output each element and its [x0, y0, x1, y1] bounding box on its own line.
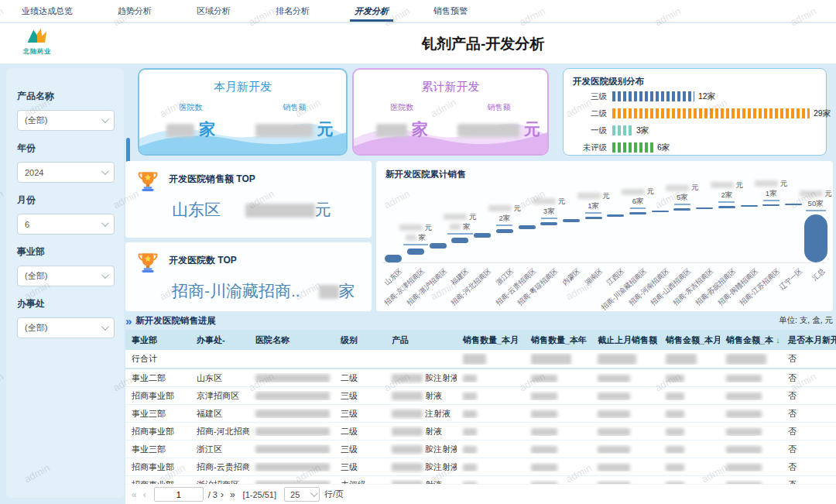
column-header-销售金额_本[interactable]: 销售金额_本 ↓: [720, 334, 782, 346]
table-row[interactable]: 事业三部浙江区三级 胺注射液否: [125, 441, 836, 458]
table-row[interactable]: 招商事业部招商-云贵招商区三级 胺注射液否: [125, 458, 836, 476]
redacted-value: [726, 464, 762, 471]
filter-select-产品名称[interactable]: (全部): [17, 110, 115, 131]
filter-label: 事业部: [17, 245, 115, 259]
level-count-label: 12家: [698, 91, 715, 102]
waterfall-bar-山东区: [385, 255, 402, 262]
sort-desc-icon[interactable]: ↓: [773, 335, 780, 345]
nav-tab-趋势分析[interactable]: 趋势分析: [118, 0, 152, 22]
qty-month: [457, 427, 525, 436]
column-header-事业部[interactable]: 事业部: [125, 334, 190, 346]
amount-year: [720, 409, 782, 418]
first-page-button[interactable]: «: [132, 489, 137, 500]
table-row[interactable]: 招商事业部招商-河北招商区二级 射液否: [125, 423, 836, 441]
column-header-办事处-[interactable]: 办事处-: [190, 334, 249, 346]
waterfall-bar-招商-河北招商区: [474, 233, 491, 238]
metric-hospital-count: 医院数 家: [139, 102, 243, 140]
table-header-row: 事业部办事处-医院名称级别产品销售数量_本月销售数量_本年截止上月销售额销售金额…: [125, 330, 836, 350]
redacted-value: [726, 428, 762, 436]
filter-select-年份[interactable]: 2024: [17, 162, 115, 183]
redacted-value: [666, 185, 689, 191]
column-header-销售数量_本月[interactable]: 销售数量_本月: [457, 334, 525, 346]
region-name: 山东区: [172, 201, 221, 218]
chart-title: 新开发医院累计销售: [376, 161, 833, 180]
redacted-value: [577, 193, 601, 199]
redacted-value: [399, 225, 423, 231]
column-header-截止上月销售额[interactable]: 截止上月销售额: [591, 334, 660, 346]
column-header-销售金额_本月[interactable]: 销售金额_本月: [660, 334, 720, 346]
table-row-total[interactable]: 行合计否: [125, 350, 836, 369]
waterfall-bar-招商-云贵招商区: [519, 225, 536, 229]
column-header-产品[interactable]: 产品: [385, 334, 457, 346]
amount-year: [720, 373, 782, 382]
sales-prev: [591, 462, 660, 471]
redacted-value: [726, 393, 762, 400]
filter-label: 产品名称: [17, 90, 115, 103]
redacted-value: [531, 354, 571, 365]
redacted-value: [166, 124, 194, 137]
redacted-value: [450, 224, 461, 230]
page-number-input[interactable]: [154, 487, 204, 502]
nav-tab-开发分析[interactable]: 开发分析: [355, 0, 389, 22]
watermark-text: admin: [0, 188, 5, 211]
row-range-label: [1-25/51]: [243, 490, 276, 499]
filter-select-事业部[interactable]: (全部): [17, 266, 115, 286]
level: 三级: [334, 390, 385, 402]
column-header-级别[interactable]: 级别: [334, 334, 385, 346]
amount-year: [720, 444, 782, 454]
redacted-value: [463, 393, 477, 400]
new-dev-flag: 否: [782, 461, 836, 473]
hospital-name: [249, 427, 334, 437]
filter-value: (全部): [25, 115, 47, 126]
nav-tab-排名分析[interactable]: 排名分析: [276, 0, 310, 22]
filter-select-办事处[interactable]: (全部): [17, 317, 115, 338]
nav-tab-业绩达成总览[interactable]: 业绩达成总览: [22, 0, 73, 22]
table-row[interactable]: 招商事业部京津招商区三级 射液否: [125, 387, 836, 405]
trophy-icon: [138, 252, 158, 273]
redacted-value: [531, 410, 557, 418]
metric-label: 销售额: [243, 102, 347, 113]
last-page-button[interactable]: »: [230, 489, 235, 500]
top-card-value: 招商-川渝藏招商.. 家: [172, 280, 372, 302]
chevron-down-icon: [101, 219, 109, 227]
filter-select-月份[interactable]: 6: [17, 214, 115, 235]
top-card-value: 山东区 元: [172, 199, 372, 221]
card-top-hospital-count: 开发医院数 TOP 招商-川渝藏招商.. 家: [125, 242, 372, 311]
waterfall-bar-招商-苏皖招商区: [718, 206, 735, 208]
office: 招商-河北招商区: [190, 426, 249, 437]
redacted-value: [726, 410, 762, 418]
amount-month: [660, 462, 720, 471]
table-row[interactable]: 事业二部山东区二级 胺注射液否: [125, 369, 836, 387]
redacted-value: [598, 393, 630, 400]
redacted-value: [463, 375, 477, 382]
panel-cumulative-sales-chart: 新开发医院累计销售 元 家 元 家 元2家 元3家 元1家 元6家 元5家 元2…: [376, 161, 833, 311]
column-header-销售数量_本年[interactable]: 销售数量_本年: [525, 334, 591, 346]
product: 射液: [385, 426, 457, 437]
prev-page-button[interactable]: ‹: [143, 489, 146, 500]
column-header-是否本月新开发_[interactable]: 是否本月新开发_: [782, 334, 836, 346]
next-page-button[interactable]: ›: [221, 489, 224, 500]
waterfall-bar-内蒙区: [563, 219, 580, 222]
redacted-value: [531, 375, 557, 382]
top-nav: 业绩达成总览趋势分析区域分析排名分析开发分析销售预警: [0, 0, 836, 22]
amount-month: [660, 427, 720, 436]
waterfall-bar-浙江区: [496, 229, 513, 233]
nav-tab-销售预警[interactable]: 销售预警: [433, 0, 468, 22]
nav-tab-区域分析[interactable]: 区域分析: [197, 0, 231, 22]
metric-sales-amount: 销售额 元: [243, 102, 347, 140]
hospital-name: [249, 373, 334, 383]
table-row[interactable]: 事业三部福建区三级 注射液否: [125, 405, 836, 423]
level: 三级: [334, 408, 385, 420]
dept: 招商事业部: [125, 426, 190, 437]
redacted-value: [598, 410, 630, 418]
redacted-value: [666, 393, 684, 400]
column-header-医院名称[interactable]: 医院名称: [249, 334, 334, 346]
per-page-label: 行/页: [324, 489, 344, 500]
page-size-select[interactable]: 25: [284, 487, 320, 502]
redacted-value: [666, 354, 697, 365]
amount-year: [720, 391, 782, 400]
redacted-value: [622, 189, 645, 195]
product: 胺注射液: [385, 372, 457, 384]
qty-month: [457, 444, 525, 454]
waterfall-bar-江西区: [607, 214, 624, 217]
